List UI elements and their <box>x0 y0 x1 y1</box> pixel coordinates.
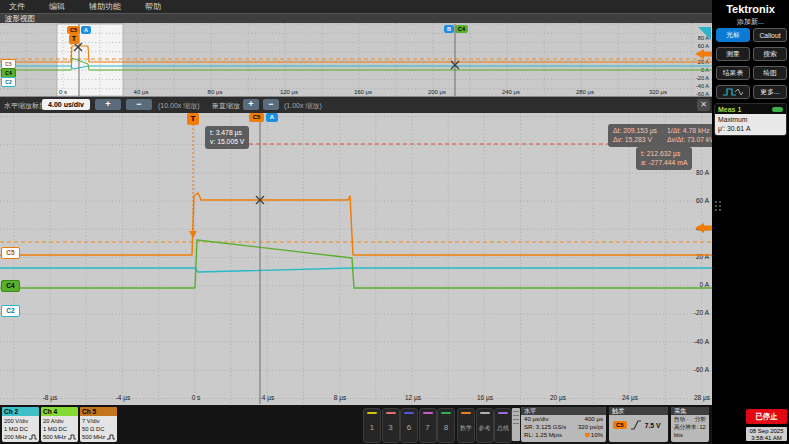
waveform-overview[interactable]: 80 A60 A40 A20 A0 A-20 A-40 A-60 A0 s40 … <box>0 23 712 97</box>
channel-header: Ch 4 <box>41 407 78 416</box>
sidebar-button-测量[interactable]: 测量 <box>716 47 750 61</box>
stopped-status-button[interactable]: 已停止 <box>746 409 787 424</box>
add-new-label[interactable]: 添加新... <box>712 17 789 27</box>
time-label: 16 µs <box>477 394 494 402</box>
meas1-badge[interactable]: Meas 1 Maximum μ': 30.61 A <box>714 103 787 136</box>
channel-button-6[interactable]: 6 <box>400 408 418 443</box>
zoom-region-highlight <box>57 24 123 96</box>
channel-panel-ch5[interactable]: Ch 57 V/div50 Ω DC500 MHz <box>80 407 117 442</box>
channel-badge-c4[interactable]: C4 <box>1 280 20 292</box>
acq-mode: 自动 · <box>674 415 689 423</box>
acquisition-panel-title: 采集 <box>671 407 709 415</box>
overview-cursor-b-source-badge[interactable]: C4 <box>455 25 468 33</box>
bandwidth-filter-icon <box>29 434 37 441</box>
cursor-b-value: a: -277.444 mA <box>641 159 687 168</box>
overview-cursor-a-badge[interactable]: A <box>81 26 91 34</box>
axis-label: 0 A <box>700 281 710 288</box>
h-zoom-minus-button[interactable]: − <box>126 99 152 110</box>
waveform-view-title: 波形视图 <box>0 13 712 23</box>
v-zoom-factor: (1.00x 缩放) <box>284 101 322 111</box>
sidebar-button-Callout[interactable]: Callout <box>753 28 787 42</box>
overview-channel-badge-c2[interactable]: C2 <box>1 77 16 87</box>
channel-panel-ch2[interactable]: Ch 2200 V/div1 MΩ DC200 MHz <box>2 407 39 442</box>
channel-panel-ch4[interactable]: Ch 420 A/div1 MΩ DC500 MHz <box>41 407 78 442</box>
channel-button-1[interactable]: 1 <box>363 408 381 443</box>
bottom-settings-bar: Ch 2200 V/div1 MΩ DC200 MHzCh 420 A/div1… <box>0 405 712 444</box>
channel-bandwidth: 500 MHz <box>82 433 117 441</box>
trigger-level-arrow-icon <box>704 52 712 57</box>
close-zoom-icon[interactable]: ✕ <box>697 99 710 111</box>
overview-trigger-flag[interactable]: T <box>69 34 79 44</box>
channel-badge-c5[interactable]: C5 <box>1 247 20 259</box>
h-zoom-scale-input[interactable]: 4.00 us/div <box>42 99 90 110</box>
v-zoom-plus-button[interactable]: + <box>243 99 259 110</box>
menu-item-编辑[interactable]: 编辑 <box>49 1 65 12</box>
trigger-position-icon <box>585 433 590 438</box>
channel-settings: 200 V/div1 MΩ DC200 MHz <box>2 416 39 442</box>
v-zoom-minus-button[interactable]: − <box>263 99 279 110</box>
cursor-b-readout-box: t: 212.632 µs a: -277.444 mA <box>636 147 692 170</box>
time-label: 20 µs <box>550 394 567 402</box>
meas1-nav-pill-icon[interactable] <box>772 107 783 112</box>
axis-label: -20 A <box>694 309 710 316</box>
button-color-stripe <box>461 412 471 414</box>
time-label: 4 µs <box>262 394 275 402</box>
bw-value: 500 MHz <box>82 433 105 441</box>
channel-button-7[interactable]: 7 <box>419 408 437 443</box>
menu-item-帮助[interactable]: 帮助 <box>145 1 161 12</box>
channel-scale: 20 A/div <box>43 417 78 425</box>
button-参考[interactable]: 参考 <box>476 408 494 443</box>
bandwidth-filter-icon <box>107 434 115 441</box>
cursor-a-time: t: 3.478 µs <box>210 129 244 138</box>
time-label: 160 µs <box>354 89 372 95</box>
time-text: 3:58:41 AM <box>746 435 787 442</box>
channel-scale: 7 V/div <box>82 417 117 425</box>
button-数学[interactable]: 数学 <box>457 408 475 443</box>
sidebar-button-绘图[interactable]: 绘图 <box>753 66 787 80</box>
cursor-a-badge[interactable]: A <box>266 113 278 122</box>
sidebar-button-结果表[interactable]: 结果表 <box>716 66 750 80</box>
sidebar-button-grid: 光标Callout测量搜索结果表绘图更多... <box>716 28 787 99</box>
overview-cursor-b-badge[interactable]: B <box>444 25 454 33</box>
oscilloscope-app: 文件编辑辅助功能帮助 波形视图 80 A60 A40 A20 A0 A-20 A… <box>0 0 789 444</box>
overview-canvas[interactable]: 80 A60 A40 A20 A0 A-20 A-40 A-60 A0 s40 … <box>0 23 712 97</box>
trigger-panel-title: 触发 <box>609 407 668 415</box>
sidebar-button-waveform[interactable] <box>716 85 750 99</box>
mini-side-strip[interactable] <box>512 408 520 441</box>
menu-item-辅助功能[interactable]: 辅助功能 <box>89 1 121 12</box>
h-scale: 40 µs/div <box>524 415 549 423</box>
channel-badge-c2[interactable]: C2 <box>1 305 20 317</box>
trigger-panel[interactable]: 触发 C5 7.5 V <box>609 407 668 442</box>
resolution: 320 ps/pt <box>578 423 603 431</box>
delta-readout-box: Δt: 209.153 µs 1/Δt: 4.78 kHz Δv: 15.283… <box>608 124 724 147</box>
horizontal-panel[interactable]: 水平 40 µs/div400 µs SR: 3.125 GS/s320 ps/… <box>521 407 606 442</box>
sidebar-drag-handle[interactable] <box>714 196 721 216</box>
trigger-source-badge: C5 <box>613 421 627 429</box>
draw-zoom-box-icon[interactable] <box>698 27 711 40</box>
channel-settings: 7 V/div50 Ω DC500 MHz <box>80 416 117 442</box>
bandwidth-filter-icon <box>68 434 76 441</box>
sidebar-button-搜索[interactable]: 搜索 <box>753 47 787 61</box>
acq-analysis: 分析 <box>695 415 706 423</box>
time-label: 280 µs <box>576 89 594 95</box>
time-label: 320 µs <box>649 89 667 95</box>
time-label: 0 s <box>59 89 67 95</box>
sidebar-button-更多...[interactable]: 更多... <box>753 85 787 99</box>
overview-cursor-source-badge[interactable]: C5 <box>67 26 80 34</box>
h-zoom-plus-button[interactable]: + <box>95 99 121 110</box>
trigger-point-marker <box>189 231 197 238</box>
sidebar-button-光标[interactable]: 光标 <box>716 28 750 42</box>
tektronix-logo: Tektronix <box>712 3 789 15</box>
button-总线[interactable]: 总线 <box>494 408 512 443</box>
axis-label: 20 A <box>696 253 710 260</box>
channel-color-stripe <box>404 412 414 414</box>
main-waveform-view[interactable]: 80 A60 A40 A20 A0 A-20 A-40 A-60 A-8 µs-… <box>0 113 712 405</box>
channel-bandwidth: 500 MHz <box>43 433 78 441</box>
menu-item-文件[interactable]: 文件 <box>9 1 25 12</box>
cursor-source-badge[interactable]: C5 <box>249 113 264 122</box>
trigger-flag[interactable]: T <box>187 113 199 125</box>
channel-button-8[interactable]: 8 <box>437 408 455 443</box>
channel-button-3[interactable]: 3 <box>382 408 400 443</box>
main-waveform-canvas[interactable]: 80 A60 A40 A20 A0 A-20 A-40 A-60 A-8 µs-… <box>0 113 712 405</box>
acquisition-panel[interactable]: 采集 自动 ·分析 高分辨率: 12 bits Single: 1 /1 <box>671 407 709 442</box>
